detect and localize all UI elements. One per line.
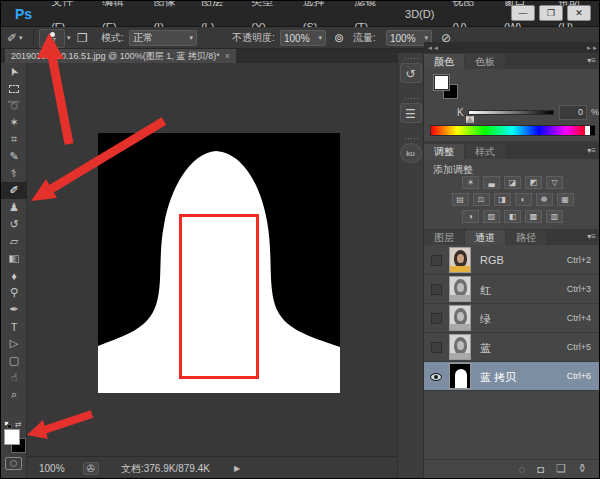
delete-channel-icon[interactable]: ⚱ (578, 462, 587, 475)
brush-tool[interactable]: ✐ (1, 182, 27, 199)
mode-select[interactable]: 正常 ▾ (129, 27, 197, 49)
visibility-toggle[interactable] (431, 284, 442, 295)
tab-color[interactable]: 颜色 (424, 54, 464, 69)
tool-preset-picker[interactable]: ✐ ▾ (7, 27, 23, 49)
hue-saturation-icon[interactable]: ▤ (452, 193, 469, 206)
levels-icon[interactable]: ▃ (483, 176, 500, 189)
load-selection-icon[interactable]: ◌ (519, 463, 526, 475)
magic-wand-tool[interactable]: ✶ (1, 114, 27, 131)
hand-tool[interactable]: ☝ (1, 369, 27, 386)
path-selection-tool[interactable]: ▷ (1, 335, 27, 352)
history-panel-button[interactable]: ↺ (400, 57, 422, 83)
zoom-tool[interactable]: ⌕ (1, 386, 27, 403)
quick-mask-button[interactable] (5, 457, 22, 470)
panel-menu-icon[interactable]: ▾≡ (587, 146, 596, 155)
photo-filter-icon[interactable]: ◐ (515, 193, 532, 206)
kuler-panel-button[interactable]: ku (400, 137, 422, 163)
visibility-toggle[interactable] (431, 255, 442, 266)
tab-styles[interactable]: 样式 (465, 144, 505, 159)
channel-mixer-icon[interactable]: ☸ (536, 193, 553, 206)
opacity-pressure-button[interactable]: ⊚ (334, 27, 344, 49)
black-white-icon[interactable]: ◨ (494, 193, 511, 206)
exposure-icon[interactable]: ◩ (525, 176, 542, 189)
gradient-map-icon[interactable]: ▩ (525, 210, 542, 223)
channel-shortcut: Ctrl+4 (567, 313, 591, 323)
properties-panel-button[interactable]: ☰ (400, 97, 422, 123)
status-expand-icon[interactable]: ▶ (234, 464, 240, 473)
close-button[interactable]: ✕ (567, 5, 591, 21)
zoom-level-field[interactable]: 100% (39, 463, 65, 474)
history-brush-tool[interactable]: ↺ (1, 216, 27, 233)
posterize-icon[interactable]: ▨ (483, 210, 500, 223)
move-tool[interactable]: ➤ (1, 63, 27, 80)
crop-tool[interactable]: ⌗ (1, 131, 27, 148)
tab-layers[interactable]: 图层 (424, 230, 464, 245)
history-brush-icon: ↺ (9, 218, 18, 231)
minimize-button[interactable]: — (511, 5, 535, 21)
k-slider[interactable] (468, 110, 554, 115)
save-selection-icon[interactable]: ◘ (537, 463, 544, 475)
status-bar: 100% ✇ 文档:376.9K/879.4K ▶ (27, 456, 424, 479)
panel-menu-icon[interactable]: ▾≡ (587, 232, 596, 241)
brush-icon: ✐ (9, 184, 18, 197)
eraser-tool[interactable]: ▱ (1, 233, 27, 250)
clone-stamp-tool[interactable]: ♟ (1, 199, 27, 216)
history-icon: ↺ (400, 63, 422, 83)
channel-row-rgb[interactable]: RGB Ctrl+2 (424, 246, 600, 275)
eyedropper-tool[interactable]: ✎ (1, 148, 27, 165)
k-value-field[interactable]: 0 (559, 105, 587, 120)
blur-tool[interactable]: ♦ (1, 267, 27, 284)
selective-color-icon[interactable]: ▥ (546, 210, 563, 223)
panel-menu-icon[interactable]: ▾≡ (587, 56, 596, 65)
gradient-tool[interactable] (1, 250, 27, 267)
channel-row-blue-copy[interactable]: 蓝 拷贝 Ctrl+6 (424, 362, 600, 391)
color-lookup-icon[interactable]: ▦ (557, 193, 574, 206)
divider (33, 29, 34, 47)
channel-row-green[interactable]: 绿 Ctrl+4 (424, 304, 600, 333)
visibility-toggle[interactable] (431, 342, 442, 353)
foreground-color-swatch[interactable] (4, 429, 20, 445)
tab-close-icon[interactable]: × (225, 51, 230, 61)
new-channel-icon[interactable]: ❏ (556, 462, 566, 475)
opacity-select[interactable]: 100% ▾ (280, 27, 326, 49)
brush-panel-icon: ❒ (77, 31, 88, 45)
brightness-contrast-icon[interactable]: ☀ (462, 176, 479, 189)
black-swatch[interactable] (590, 126, 595, 135)
channel-row-red[interactable]: 红 Ctrl+3 (424, 275, 600, 304)
collapse-panels-icon[interactable]: ◄◄ (427, 45, 439, 51)
visibility-toggle[interactable] (431, 313, 442, 324)
tab-swatches[interactable]: 色板 (465, 54, 505, 69)
document-tab[interactable]: 20190331_10.16.51.jpg @ 100%(图层 1, 蓝 拷贝/… (5, 49, 236, 63)
tab-paths[interactable]: 路径 (506, 230, 546, 245)
pen-tool[interactable]: ✒ (1, 301, 27, 318)
shape-tool[interactable]: ▢ (1, 352, 27, 369)
type-tool[interactable]: T (1, 318, 27, 335)
brush-tip-preview[interactable]: 47 (39, 29, 65, 48)
tab-channels[interactable]: 通道 (465, 230, 505, 245)
visibility-eye-icon[interactable] (430, 373, 442, 381)
vibrance-icon[interactable]: ▽ (546, 176, 563, 189)
foreground-color-well[interactable] (434, 75, 449, 90)
tab-adjustments[interactable]: 调整 (424, 144, 464, 159)
menu-3d[interactable]: 3D(D) (396, 1, 443, 27)
threshold-icon[interactable]: ◧ (504, 210, 521, 223)
curves-icon[interactable]: ◪ (504, 176, 521, 189)
lasso-tool[interactable]: ➰ (1, 97, 27, 114)
invert-icon[interactable]: ◑ (462, 210, 479, 223)
color-spectrum-ramp[interactable] (430, 125, 595, 136)
brush-preset-picker[interactable]: 47 ▾ (39, 27, 71, 49)
maximize-button[interactable]: ❐ (539, 5, 563, 21)
healing-brush-tool[interactable]: ⚕ (1, 165, 27, 182)
marquee-tool[interactable] (1, 80, 27, 97)
channel-row-blue[interactable]: 蓝 Ctrl+5 (424, 333, 600, 362)
swap-colors-icon[interactable]: ⇄ (15, 420, 22, 429)
toggle-brush-panel-button[interactable]: ❒ (77, 27, 88, 49)
slider-thumb[interactable] (466, 116, 474, 123)
type-icon: T (11, 321, 18, 333)
expand-panels-icon[interactable]: ►► (586, 45, 598, 51)
mode-label: 模式: (101, 27, 124, 49)
caret-down-icon: ▾ (184, 34, 193, 42)
dodge-tool[interactable]: ⚲ (1, 284, 27, 301)
default-colors-icon[interactable] (4, 421, 12, 429)
color-balance-icon[interactable]: ⚖ (473, 193, 490, 206)
